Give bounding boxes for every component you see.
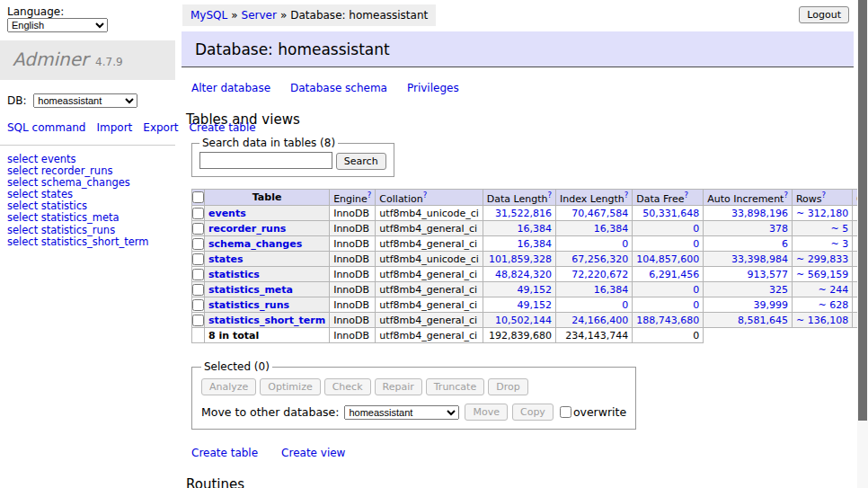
auto-increment-link[interactable]: 378: [707, 223, 788, 235]
sidebar-select-table-link[interactable]: select statistics_short_term: [7, 236, 168, 248]
row-checkbox[interactable]: [192, 253, 204, 265]
auto-increment-link[interactable]: 33,898,196: [707, 208, 788, 219]
alter-database-link[interactable]: Alter database: [191, 82, 270, 94]
select-all-checkbox[interactable]: [192, 191, 204, 203]
auto-increment-link[interactable]: 6: [707, 238, 788, 250]
data-free-link[interactable]: 0: [636, 299, 699, 311]
rows-link[interactable]: ~ 312,180: [796, 208, 848, 219]
data-free-link[interactable]: 0: [636, 223, 699, 235]
search-button[interactable]: Search: [336, 153, 386, 170]
table-name-link[interactable]: statistics_meta: [208, 284, 293, 296]
index-length-link[interactable]: 67,256,320: [560, 253, 628, 265]
breadcrumb-server-link[interactable]: Server: [242, 9, 277, 22]
data-length-link[interactable]: 49,152: [487, 299, 552, 311]
sidebar-select-table-link[interactable]: select schema_changes: [7, 177, 168, 189]
data-length-link[interactable]: 16,384: [487, 238, 552, 250]
table-name-link[interactable]: statistics_runs: [208, 299, 289, 311]
language-select[interactable]: English: [7, 18, 108, 32]
help-icon[interactable]: ?: [784, 191, 788, 200]
index-length-link[interactable]: 16,384: [560, 284, 628, 296]
row-checkbox[interactable]: [192, 269, 204, 280]
optimize-button[interactable]: Optimize: [260, 378, 320, 395]
analyze-button[interactable]: Analyze: [201, 378, 256, 395]
auto-increment-link[interactable]: 913,577: [707, 269, 788, 280]
adminer-version[interactable]: 4.7.9: [95, 56, 123, 68]
row-checkbox[interactable]: [192, 238, 204, 250]
check-button[interactable]: Check: [324, 378, 371, 395]
sidebar-select-table-link[interactable]: select recorder_runs: [7, 165, 168, 177]
search-input[interactable]: [199, 152, 332, 169]
privileges-link[interactable]: Privileges: [407, 82, 459, 94]
create-table-link[interactable]: Create table: [191, 447, 258, 459]
export-link[interactable]: Export: [143, 121, 178, 134]
scrollbar-thumb[interactable]: [858, 0, 867, 421]
table-name-link[interactable]: states: [208, 253, 244, 265]
database-schema-link[interactable]: Database schema: [290, 82, 387, 94]
create-view-link[interactable]: Create view: [281, 447, 345, 459]
help-icon[interactable]: ?: [684, 191, 688, 200]
data-free-link[interactable]: 188,743,680: [636, 315, 699, 326]
data-free-link[interactable]: 104,857,600: [636, 253, 699, 265]
index-length-link[interactable]: 0: [560, 238, 628, 250]
row-checkbox[interactable]: [192, 315, 204, 326]
data-length-link[interactable]: 16,384: [487, 223, 552, 235]
db-select[interactable]: homeassistant: [33, 93, 137, 108]
adminer-logo-text[interactable]: Adminer: [13, 49, 88, 70]
logout-button[interactable]: Logout: [799, 6, 849, 23]
auto-increment-link[interactable]: 325: [707, 284, 788, 296]
rows-link[interactable]: ~ 244: [796, 284, 848, 296]
sidebar-select-table-link[interactable]: select statistics_meta: [7, 212, 168, 224]
rows-link[interactable]: ~ 136,108: [796, 315, 848, 326]
import-link[interactable]: Import: [96, 121, 132, 134]
drop-button[interactable]: Drop: [488, 378, 527, 395]
index-length-link[interactable]: 72,220,672: [560, 269, 628, 280]
repair-button[interactable]: Repair: [375, 378, 422, 395]
rows-link[interactable]: ~ 569,159: [796, 269, 848, 280]
move-button[interactable]: Move: [465, 404, 508, 421]
sidebar-select-table-link[interactable]: select statistics_runs: [7, 225, 168, 236]
sidebar-select-table-link[interactable]: select states: [7, 189, 168, 200]
table-name-link[interactable]: statistics: [208, 269, 260, 280]
data-length-link[interactable]: 48,824,320: [487, 269, 552, 280]
index-length-link[interactable]: 24,166,400: [560, 315, 628, 326]
table-name-link[interactable]: statistics_short_term: [208, 315, 325, 326]
rows-link[interactable]: ~ 5: [796, 223, 848, 235]
data-free-link[interactable]: 6,291,456: [636, 269, 699, 280]
table-name-link[interactable]: schema_changes: [208, 238, 302, 250]
rows-link[interactable]: ~ 299,833: [796, 253, 848, 265]
help-icon[interactable]: ?: [624, 191, 629, 200]
index-length-link[interactable]: 0: [560, 299, 628, 311]
data-free-link[interactable]: 0: [636, 238, 699, 250]
breadcrumb-mysql-link[interactable]: MySQL: [190, 9, 227, 22]
help-icon[interactable]: ?: [368, 191, 372, 200]
help-icon[interactable]: ?: [423, 191, 428, 200]
auto-increment-link[interactable]: 33,398,984: [707, 253, 788, 265]
sql-command-link[interactable]: SQL command: [7, 121, 85, 134]
table-name-link[interactable]: events: [208, 208, 246, 219]
sidebar-select-table-link[interactable]: select statistics: [7, 200, 168, 212]
scrollbar[interactable]: [857, 0, 868, 488]
copy-button[interactable]: Copy: [512, 404, 554, 421]
rows-link[interactable]: ~ 3: [796, 238, 848, 250]
index-length-link[interactable]: 16,384: [560, 223, 628, 235]
auto-increment-link[interactable]: 8,581,645: [707, 315, 788, 326]
rows-link[interactable]: ~ 628: [796, 299, 848, 311]
move-db-select[interactable]: homeassistant: [344, 405, 459, 420]
index-length-link[interactable]: 70,467,584: [560, 208, 628, 219]
truncate-button[interactable]: Truncate: [426, 378, 484, 395]
sidebar-select-table-link[interactable]: select events: [7, 154, 168, 165]
create-table-link-sidebar[interactable]: Create table: [190, 121, 256, 134]
help-icon[interactable]: ?: [548, 191, 553, 200]
data-length-link[interactable]: 31,522,816: [487, 208, 552, 219]
data-length-link[interactable]: 49,152: [487, 284, 552, 296]
data-length-link[interactable]: 10,502,144: [487, 315, 552, 326]
table-name-link[interactable]: recorder_runs: [208, 223, 286, 235]
data-free-link[interactable]: 50,331,648: [636, 208, 699, 219]
row-checkbox[interactable]: [192, 299, 204, 311]
row-checkbox[interactable]: [192, 223, 204, 235]
data-length-link[interactable]: 101,859,328: [487, 253, 552, 265]
overwrite-checkbox[interactable]: [560, 406, 571, 418]
row-checkbox[interactable]: [192, 284, 204, 296]
auto-increment-link[interactable]: 39,999: [707, 299, 788, 311]
row-checkbox[interactable]: [192, 208, 204, 219]
